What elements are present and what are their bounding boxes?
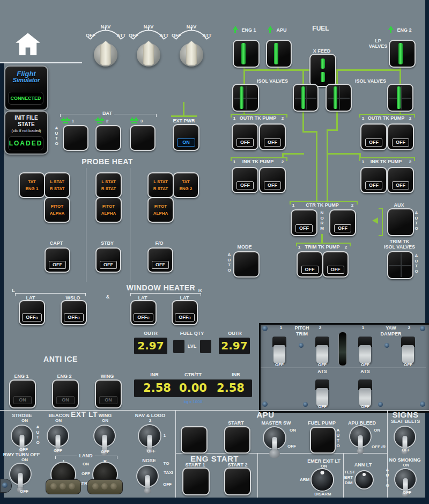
- overhead-panel: Flight Simulator CONNECTED INIT FILE STA…: [0, 0, 429, 504]
- probe-capt-button[interactable]: OFF: [45, 247, 70, 273]
- fuel-line: [332, 69, 401, 71]
- probe-tat-eng2-button[interactable]: TATENG 2: [173, 172, 199, 198]
- apu-button-1[interactable]: [181, 426, 208, 454]
- eng2-lp-valve[interactable]: [389, 40, 416, 68]
- pitch-trim-1-switch[interactable]: [271, 337, 287, 364]
- emer-exit-lt-label: EMER EXIT LT: [307, 459, 340, 464]
- master-sw-switch[interactable]: [264, 427, 285, 449]
- isol-valve-3[interactable]: [326, 84, 352, 112]
- lvl-button-left[interactable]: [173, 340, 184, 353]
- inr-pump-left-1[interactable]: OFF: [232, 167, 258, 193]
- ctr-pump-1[interactable]: OFF: [291, 209, 317, 236]
- probe-tat-eng1-button[interactable]: TATENG 1: [19, 172, 45, 198]
- anti-ice-eng2-button[interactable]: ON: [52, 379, 79, 408]
- apu-valve[interactable]: [266, 40, 292, 68]
- isol-valve-4[interactable]: [387, 84, 413, 112]
- divider: [175, 410, 176, 498]
- ctr-pump-2[interactable]: OFF: [329, 209, 356, 236]
- trim-2: 2: [345, 245, 347, 250]
- yaw-damper-1-switch[interactable]: [357, 337, 373, 364]
- fuel-title: FUEL: [312, 25, 329, 32]
- emer-exit-lt-knob[interactable]: [312, 469, 333, 491]
- pitch-trim-2-switch[interactable]: [314, 337, 330, 364]
- fuel-pump-button[interactable]: [310, 427, 336, 454]
- trim-pump-2[interactable]: OFF: [322, 251, 349, 277]
- lp-valves-label2: VALVES: [369, 44, 388, 49]
- seat-belts-switch[interactable]: [395, 427, 415, 447]
- land-l-dot: [69, 483, 75, 490]
- aux-label: AUX: [394, 203, 404, 208]
- nav-logo-2-label: 2: [149, 419, 151, 423]
- trim-isol-valve[interactable]: [387, 251, 413, 279]
- xfeed-valve[interactable]: [309, 54, 336, 87]
- init-file-box[interactable]: INIT FILE STATE (clic if not loaded) LOA…: [4, 111, 48, 155]
- probe-stat-fo-button[interactable]: L STATR STAT: [147, 172, 174, 198]
- trim-isol-label1: TRIM TK: [390, 239, 410, 244]
- apu-arrow-stem: [269, 30, 271, 33]
- nose-to-label: TO: [164, 462, 169, 466]
- outr-pump-right-1[interactable]: OFF: [360, 123, 387, 150]
- apu-bleed-switch[interactable]: [350, 426, 371, 447]
- no-smoking-switch[interactable]: [395, 469, 416, 490]
- start2-label: START 2: [228, 463, 248, 468]
- wing-switch[interactable]: [94, 426, 115, 446]
- nav-logo-switch[interactable]: [139, 425, 160, 447]
- probe-fo-button[interactable]: OFF: [147, 247, 173, 273]
- bat2-button[interactable]: [95, 125, 121, 151]
- eng-start-1-button[interactable]: [182, 468, 210, 495]
- wing-on-label: ON: [102, 419, 108, 423]
- outr-pump-right-2[interactable]: OFF: [387, 123, 414, 150]
- start1-label: START 1: [186, 463, 205, 468]
- probe-pitot-stby-button[interactable]: PITOTALPHA: [95, 197, 122, 223]
- isol-valve-2[interactable]: [293, 84, 319, 112]
- inr-pump-right-2[interactable]: OFF: [387, 167, 414, 193]
- bottom-edge: [0, 498, 429, 504]
- bat3-button[interactable]: [130, 125, 156, 151]
- probe-stat-stby-button[interactable]: L STATR STAT: [95, 172, 122, 198]
- probe-pitot-capt-button[interactable]: PITOTALPHA: [44, 197, 70, 223]
- anti-ice-wing-button[interactable]: ON: [95, 379, 122, 408]
- init-file-title: INIT FILE STATE: [5, 115, 47, 127]
- mode-button[interactable]: [233, 251, 260, 277]
- lvl-button-right[interactable]: [200, 340, 211, 353]
- outr-pump-left-1[interactable]: OFF: [232, 123, 258, 150]
- rwy-turn-off-switch[interactable]: [10, 464, 31, 484]
- trim-pump-1[interactable]: OFF: [297, 251, 323, 277]
- window-lat3-button[interactable]: OFFR: [172, 300, 198, 325]
- ats-right-switch[interactable]: [357, 379, 373, 407]
- outr-left-label: OUTR TK PUMP: [240, 116, 277, 121]
- sim-connection-box[interactable]: Flight Simulator CONNECTED: [4, 65, 48, 111]
- fuel-line: [283, 153, 304, 155]
- inr-pump-left-2[interactable]: OFF: [259, 167, 286, 193]
- isol-valve-1[interactable]: [232, 84, 259, 112]
- probe-stby-button[interactable]: OFF: [95, 247, 121, 273]
- bat2-icon: [95, 118, 104, 123]
- ann-brt-label: BRT: [344, 476, 353, 480]
- strobe-switch[interactable]: [12, 426, 32, 446]
- outr-right-1: 1: [362, 116, 364, 121]
- ann-lt-knob[interactable]: [356, 471, 373, 488]
- outr-pump-left-2[interactable]: OFF: [259, 123, 286, 150]
- anti-ice-eng1-button[interactable]: ON: [9, 379, 36, 408]
- aux-button[interactable]: [387, 208, 414, 236]
- ats-right-label: ATS: [360, 369, 369, 374]
- home-icon[interactable]: [14, 30, 42, 58]
- capt-label: CAPT: [50, 241, 63, 246]
- ats-left-switch[interactable]: [314, 379, 330, 407]
- window-lat1-button[interactable]: OFFR: [19, 300, 45, 325]
- inr-pump-right-1[interactable]: OFF: [360, 167, 387, 193]
- yaw-damper-2-switch[interactable]: [400, 337, 416, 364]
- ext-pwr-button[interactable]: ON: [173, 124, 199, 151]
- probe-stat-capt-button[interactable]: L STATR STAT: [44, 172, 70, 198]
- beacon-switch[interactable]: [48, 426, 68, 446]
- eng1-lp-valve[interactable]: [233, 40, 260, 68]
- window-lat2-button[interactable]: OFFR: [130, 300, 157, 325]
- probe-pitot-fo-button[interactable]: PITOTALPHA: [147, 197, 174, 223]
- eng-start-2-button[interactable]: [224, 468, 251, 495]
- apu-start-button[interactable]: [224, 426, 250, 454]
- nose-switch[interactable]: [137, 466, 158, 486]
- bat-label: BAT: [100, 111, 114, 116]
- init-file-note: (clic if not loaded): [5, 129, 47, 133]
- window-wslo-button[interactable]: OFFR: [61, 300, 87, 325]
- bat1-button[interactable]: [63, 125, 88, 151]
